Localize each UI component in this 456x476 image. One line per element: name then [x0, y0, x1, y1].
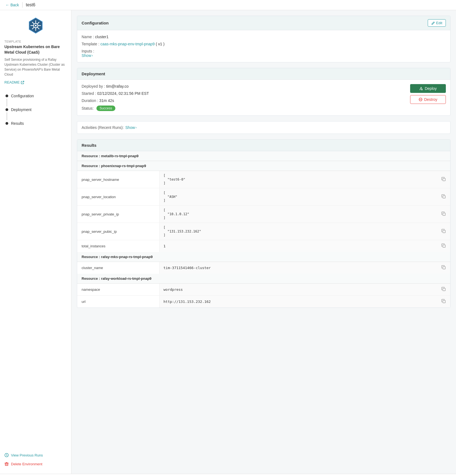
resource-rafay-workload-name: rafay-workload-rs-tmpl-pnap9	[101, 276, 151, 281]
result-value: [ "10.1.0.12" ]	[160, 206, 450, 223]
deployment-info: Deployed by : tim@rafay.co Started : 02/…	[82, 84, 410, 111]
result-value: 1	[160, 240, 450, 252]
step-dot	[5, 122, 8, 125]
configuration-title: Configuration	[82, 21, 109, 25]
sidebar-logo	[4, 17, 67, 34]
svg-rect-17	[443, 196, 445, 198]
header-divider	[22, 2, 23, 8]
svg-point-3	[35, 25, 37, 26]
configuration-body: Name : cluster1 Template : caas-mks-pnap…	[77, 30, 450, 62]
svg-rect-18	[443, 213, 445, 215]
result-value-text: [ "test6-0" ]	[163, 174, 185, 185]
delete-environment-button[interactable]: Delete Environment	[4, 461, 67, 467]
result-row: cluster_name tim-3711541466-cluster	[77, 262, 450, 274]
chevron-right-icon: ›	[92, 54, 93, 57]
result-row: pnap_server_hostname [ "test6-0" ]	[77, 171, 450, 188]
configuration-header: Configuration Edit	[77, 16, 450, 30]
readme-link[interactable]: README	[4, 80, 67, 84]
copy-icon	[441, 212, 446, 216]
result-value-text: http://131.153.232.162	[163, 300, 211, 304]
config-inputs-row: Inputs : Show ›	[82, 49, 446, 58]
template-description: Self Service provisioning of a Rafay Ups…	[4, 57, 67, 77]
config-template-version: ( v1 )	[156, 42, 165, 46]
svg-rect-13	[5, 463, 8, 466]
phoenixnap-rows: pnap_server_hostname [ "test6-0" ] pn	[77, 171, 450, 252]
view-previous-runs-button[interactable]: View Previous Runs	[4, 452, 67, 458]
chevron-right-icon: ›	[135, 126, 137, 129]
started-value: 02/12/2024, 02:31:56 PM EST	[97, 91, 149, 96]
status-badge: Success	[96, 106, 115, 111]
config-template-link[interactable]: caas-mks-pnap-env-tmpl-pnap9	[100, 42, 155, 46]
result-value: http://131.153.232.162	[160, 296, 450, 308]
config-name-value: cluster1	[95, 35, 109, 39]
svg-rect-20	[443, 245, 445, 247]
nav-step-results[interactable]: Results	[4, 118, 67, 128]
result-key: pnap_server_private_ip	[77, 206, 160, 223]
deployment-section: Deployment Deployed by : tim@rafay.co St…	[77, 68, 451, 116]
result-value: [ "ASH" ]	[160, 188, 450, 205]
edit-button[interactable]: Edit	[428, 19, 446, 27]
step-label-configuration: Configuration	[11, 94, 34, 98]
result-row: pnap_server_pubic_ip [ "131.153.232.162"…	[77, 223, 450, 240]
copy-button[interactable]	[441, 298, 446, 305]
resource-metallb: Resource : metallb-rs-tmpl-pnap9	[77, 151, 450, 161]
inputs-show-link[interactable]: Show ›	[82, 53, 446, 58]
copy-icon	[441, 265, 446, 270]
destroy-icon	[419, 98, 422, 101]
result-value: tim-3711541466-cluster	[160, 262, 450, 274]
copy-button[interactable]	[441, 265, 446, 271]
deployment-header: Deployment	[77, 68, 450, 80]
resource-phoenixnap: Resource : phoenixnap-rs-tmpl-pnap9	[77, 161, 450, 171]
nav-step-deployment[interactable]: Deployment	[4, 105, 67, 115]
started-row: Started : 02/12/2024, 02:31:56 PM EST	[82, 91, 410, 96]
results-section: Results Resource : metallb-rs-tmpl-pnap9…	[77, 139, 451, 308]
deployment-layout: Deployed by : tim@rafay.co Started : 02/…	[82, 84, 446, 111]
destroy-button[interactable]: Destroy	[410, 95, 446, 104]
results-title: Results	[82, 143, 96, 148]
result-value-text: wordpress	[163, 287, 183, 292]
result-row: url http://131.153.232.162	[77, 296, 450, 308]
svg-rect-21	[443, 267, 445, 269]
copy-button[interactable]	[441, 286, 446, 293]
copy-button[interactable]	[441, 211, 446, 217]
activities-row: Activities (Recent Runs): Show ›	[77, 121, 450, 134]
step-dot	[5, 95, 8, 97]
result-value-text: [ "10.1.0.12" ]	[163, 208, 189, 220]
back-button[interactable]: ← Back	[5, 3, 19, 7]
rafay-workload-rows: namespace wordpress url h	[77, 284, 450, 308]
copy-icon	[441, 299, 446, 303]
copy-button[interactable]	[441, 194, 446, 200]
results-header: Results	[77, 140, 450, 151]
resource-phoenixnap-name: phoenixnap-rs-tmpl-pnap9	[101, 164, 146, 168]
external-link-icon	[21, 81, 24, 84]
result-row: namespace wordpress	[77, 284, 450, 296]
activities-section: Activities (Recent Runs): Show ›	[77, 121, 451, 134]
copy-button[interactable]	[441, 243, 446, 249]
deployment-body: Deployed by : tim@rafay.co Started : 02/…	[77, 80, 450, 115]
svg-rect-22	[443, 288, 445, 291]
deploy-icon	[419, 87, 423, 90]
config-name-row: Name : cluster1	[82, 35, 446, 39]
nav-steps: Configuration Deployment Results	[4, 91, 67, 128]
resource-metallb-name: metallb-rs-tmpl-pnap9	[101, 154, 139, 158]
step-label-results: Results	[11, 121, 24, 126]
clock-icon	[4, 453, 9, 457]
nav-step-configuration[interactable]: Configuration	[4, 91, 67, 101]
svg-rect-19	[443, 230, 445, 233]
deployed-by-value: tim@rafay.co	[106, 84, 129, 88]
copy-icon	[441, 194, 446, 199]
result-key: pnap_server_location	[77, 188, 160, 205]
step-label-deployment: Deployment	[11, 107, 32, 112]
duration-row: Duration : 31m 42s	[82, 98, 410, 103]
copy-button[interactable]	[441, 228, 446, 235]
template-name: Upstream Kubernetes on Bare Metal Cloud …	[4, 44, 67, 55]
copy-button[interactable]	[441, 176, 446, 183]
duration-value: 31m 42s	[99, 98, 114, 103]
deploy-button[interactable]: Deploy	[410, 84, 446, 93]
result-key: cluster_name	[77, 262, 160, 274]
template-label: TEMPLATE	[4, 40, 67, 43]
activities-show-link[interactable]: Show ›	[125, 125, 137, 130]
config-template-row: Template : caas-mks-pnap-env-tmpl-pnap9 …	[82, 42, 446, 46]
page-title: test6	[26, 2, 35, 7]
result-key: url	[77, 296, 160, 308]
